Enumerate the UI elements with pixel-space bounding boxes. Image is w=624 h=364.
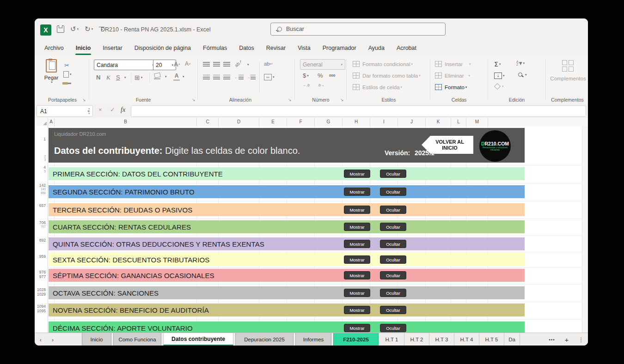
fill-color-dropdown[interactable]: ▾ xyxy=(164,75,167,79)
column-header-A[interactable]: A xyxy=(48,118,55,126)
row-header-707[interactable]: 707 xyxy=(41,225,46,229)
row-header-143[interactable]: 143 xyxy=(41,188,46,191)
row-header-4[interactable]: 4 xyxy=(43,165,46,169)
show-button[interactable]: Mostrar xyxy=(344,240,370,248)
number-format-select[interactable]: General▾ xyxy=(300,59,345,70)
hide-button[interactable]: Ocultar xyxy=(380,306,406,314)
fill-down-icon[interactable]: ↓▾ xyxy=(494,73,505,79)
sheet-tab-h-t-1[interactable]: H.T 1 xyxy=(379,333,404,346)
column-header-I[interactable]: I xyxy=(370,118,398,126)
menu-tab-insertar[interactable]: Insertar xyxy=(97,42,128,55)
percent-format-icon[interactable]: % xyxy=(318,72,323,79)
formula-input[interactable] xyxy=(131,105,586,117)
orientation-icon[interactable]: ab↗ xyxy=(234,59,244,68)
column-header-D[interactable]: D xyxy=(219,118,259,126)
menu-tab-archivo[interactable]: Archivo xyxy=(38,42,70,55)
hide-button[interactable]: Ocultar xyxy=(380,289,406,297)
column-header-M[interactable]: M xyxy=(466,118,488,126)
row-header-706[interactable]: 706 xyxy=(39,221,46,224)
paste-dropdown[interactable]: ▾ xyxy=(51,80,53,84)
sheet-tab-h-t-3[interactable]: H.T 3 xyxy=(429,333,454,346)
row-header-976[interactable]: 976 xyxy=(39,270,46,274)
column-header-B[interactable]: B xyxy=(55,118,197,126)
sheet-tab-inicio[interactable]: Inicio xyxy=(82,333,111,346)
hide-button[interactable]: Ocultar xyxy=(380,271,406,279)
sheet-tab-como-funciona[interactable]: Como Funciona xyxy=(113,333,161,346)
delete-cells-button[interactable]: Eliminar▾ xyxy=(435,73,470,79)
align-left-icon[interactable] xyxy=(203,75,210,80)
tab-scroll-right[interactable]: › xyxy=(47,333,59,346)
addins-button[interactable]: Complementos xyxy=(553,60,583,81)
clear-icon[interactable]: ▾ xyxy=(495,84,504,89)
add-sheet-icon[interactable]: + xyxy=(559,336,574,344)
redo-icon[interactable]: ↻▾ xyxy=(85,25,93,33)
cell-styles-button[interactable]: Estilos de celda▾ xyxy=(353,84,402,90)
alignment-dialog-launcher[interactable]: ↘ xyxy=(288,97,292,102)
italic-button[interactable]: K xyxy=(106,74,110,81)
column-header-H[interactable]: H xyxy=(343,118,370,126)
row-header-3[interactable]: 3 xyxy=(44,158,46,162)
font-color-dropdown[interactable]: ▾ xyxy=(182,75,184,79)
back-to-start-button[interactable]: VOLVER AL INICIO xyxy=(422,136,473,154)
decrease-indent-icon[interactable]: ← xyxy=(234,75,244,80)
shrink-font-icon[interactable]: A˅ xyxy=(185,61,191,67)
font-dialog-launcher[interactable]: ↘ xyxy=(192,97,196,102)
menu-tab-acrobat[interactable]: Acrobat xyxy=(391,42,422,55)
hide-button[interactable]: Ocultar xyxy=(380,255,406,264)
column-header-L[interactable]: L xyxy=(451,118,466,126)
decrease-decimal-icon[interactable]: .0→ xyxy=(318,83,324,87)
more-sheets-icon[interactable]: ••• xyxy=(544,337,559,342)
sheet-tab-h-t-5[interactable]: H.T 5 xyxy=(479,333,504,346)
hide-button[interactable]: Ocultar xyxy=(380,170,406,178)
column-header-E[interactable]: E xyxy=(259,118,287,126)
undo-icon[interactable]: ↺▾ xyxy=(70,25,79,33)
bold-button[interactable]: N xyxy=(96,74,100,81)
find-select-icon[interactable]: ▾ xyxy=(518,73,527,77)
menu-tab-ayuda[interactable]: Ayuda xyxy=(362,42,391,55)
show-button[interactable]: Mostrar xyxy=(344,188,370,196)
tab-scroll-left[interactable]: ‹ xyxy=(35,333,47,346)
sheet-tab-h-t-4[interactable]: H.T 4 xyxy=(454,333,479,346)
hide-button[interactable]: Ocultar xyxy=(380,206,406,214)
show-button[interactable]: Mostrar xyxy=(344,324,370,332)
sheet-tab-depuracion-2025[interactable]: Depuracion 2025 xyxy=(235,333,294,346)
row-header-1094[interactable]: 1094 xyxy=(37,304,46,308)
merge-center-icon[interactable]: ↔▾ xyxy=(264,74,275,80)
column-header-F[interactable]: F xyxy=(287,118,315,126)
search-input[interactable]: Buscar xyxy=(270,23,446,36)
show-button[interactable]: Mostrar xyxy=(344,306,370,314)
save-icon[interactable] xyxy=(57,25,64,33)
align-middle-icon[interactable] xyxy=(213,62,220,67)
row-header-656[interactable]: 656 xyxy=(41,191,46,195)
show-button[interactable]: Mostrar xyxy=(344,223,370,231)
clipboard-dialog-launcher[interactable]: ↘ xyxy=(82,97,86,102)
underline-button[interactable]: S xyxy=(116,74,120,81)
sort-filter-icon[interactable]: AZ▼▾ xyxy=(516,61,525,66)
increase-indent-icon[interactable]: → xyxy=(246,75,256,80)
sheet-tab-f210-2025[interactable]: F210-2025 xyxy=(333,333,379,346)
row-header-5[interactable]: 5 xyxy=(44,170,46,173)
align-right-icon[interactable] xyxy=(223,75,230,80)
column-header-K[interactable]: K xyxy=(426,118,451,126)
row-header-1[interactable]: 1 xyxy=(43,137,46,141)
sheet-tab-da[interactable]: Da xyxy=(504,333,520,346)
menu-tab-vista[interactable]: Vista xyxy=(292,42,317,55)
fill-color-icon[interactable] xyxy=(154,73,160,79)
sheet-tab-h-t-2[interactable]: H.T 2 xyxy=(404,333,429,346)
column-header-J[interactable]: J xyxy=(398,118,426,126)
insert-function-icon[interactable]: fx xyxy=(121,106,125,114)
insert-cells-button[interactable]: Insertar▾ xyxy=(435,61,471,67)
font-size-select[interactable]: 20▾ xyxy=(153,60,176,70)
row-header-977[interactable]: 977 xyxy=(39,275,46,279)
hide-button[interactable]: Ocultar xyxy=(380,223,406,231)
menu-tab-revisar[interactable]: Revisar xyxy=(260,42,292,55)
row-header-892[interactable]: 892 xyxy=(39,238,46,242)
hide-button[interactable]: Ocultar xyxy=(380,324,406,332)
align-top-icon[interactable] xyxy=(203,62,210,67)
column-header-G[interactable]: G xyxy=(315,118,343,126)
format-cells-button[interactable]: Formato▾ xyxy=(435,84,467,90)
font-color-icon[interactable]: A xyxy=(173,73,180,81)
show-button[interactable]: Mostrar xyxy=(344,170,370,178)
sheet-tab-datos-contribuyente[interactable]: Datos contribuyente xyxy=(163,333,233,346)
column-header-C[interactable]: C xyxy=(197,118,219,126)
